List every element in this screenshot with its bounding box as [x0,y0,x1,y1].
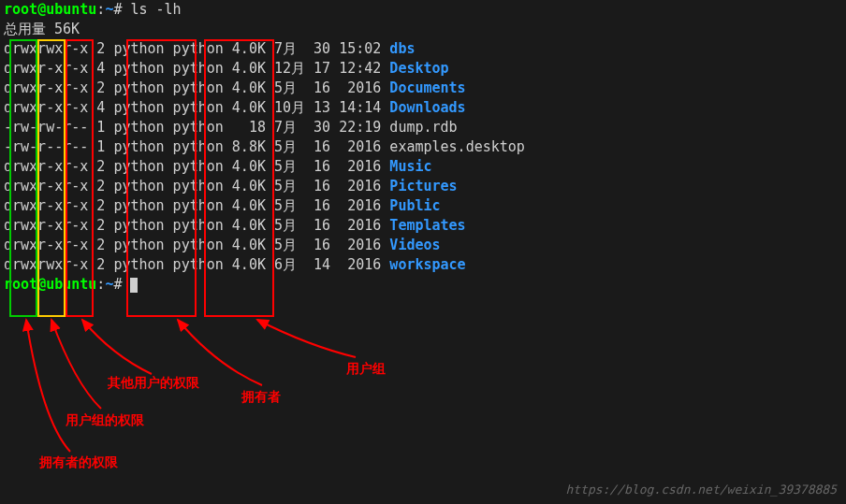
label-owner-perms: 拥有者的权限 [39,454,118,472]
label-group: 用户组 [346,360,386,379]
list-row: drwxrwxr-x 2 python python 4.0K 6月 14 20… [4,255,842,275]
prompt-line-2: root@ubuntu:~# [4,275,842,295]
list-row: drwxr-xr-x 2 python python 4.0K 5月 16 20… [4,79,842,98]
list-row: drwxr-xr-x 2 python python 4.0K 5月 16 20… [4,157,842,177]
file-name: Downloads [389,99,465,116]
list-row: drwxr-xr-x 2 python python 4.0K 5月 16 20… [4,196,842,216]
list-row: drwxrwxr-x 2 python python 4.0K 7月 30 15… [4,39,842,59]
watermark: https://blog.csdn.net/weixin_39378885 [565,482,837,498]
file-listing: drwxrwxr-x 2 python python 4.0K 7月 30 15… [4,39,842,275]
list-row: drwxr-xr-x 2 python python 4.0K 5月 16 20… [4,236,842,255]
prompt-at: @ [37,1,46,18]
terminal[interactable]: root@ubuntu:~# ls -lh 总用量 56K drwxrwxr-x… [0,0,846,295]
file-name: dump.rdb [389,119,457,136]
list-row: drwxr-xr-x 2 python python 4.0K 5月 16 20… [4,177,842,196]
list-row: -rw-rw-r-- 1 python python 18 7月 30 22:1… [4,118,842,137]
file-name: Public [389,197,440,214]
file-name: Videos [389,237,440,253]
label-owner: 拥有者 [241,388,281,407]
list-row: drwxr-xr-x 2 python python 4.0K 5月 16 20… [4,216,842,236]
file-name: workspace [389,256,465,273]
list-row: -rw-r--r-- 1 python python 8.8K 5月 16 20… [4,137,842,157]
label-group-perms: 用户组的权限 [66,411,144,430]
file-name: Desktop [389,60,448,77]
file-name: Documents [389,79,465,96]
file-name: dbs [389,40,415,57]
file-name: Pictures [389,178,457,194]
cursor [130,278,138,293]
list-row: drwxr-xr-x 4 python python 4.0K 10月 13 1… [4,98,842,118]
file-name: Templates [389,217,465,234]
list-row: drwxr-xr-x 4 python python 4.0K 12月 17 1… [4,59,842,79]
total-line: 总用量 56K [4,20,842,39]
prompt-symbol: # [113,1,122,18]
file-name: examples.desktop [389,138,525,155]
prompt-line-1: root@ubuntu:~# ls -lh [4,0,842,20]
file-name: Music [389,158,431,175]
label-other-perms: 其他用户的权限 [108,374,199,393]
prompt-host: ubuntu [46,1,96,18]
command-text: ls -lh [130,1,181,18]
prompt-user: root [4,1,37,18]
